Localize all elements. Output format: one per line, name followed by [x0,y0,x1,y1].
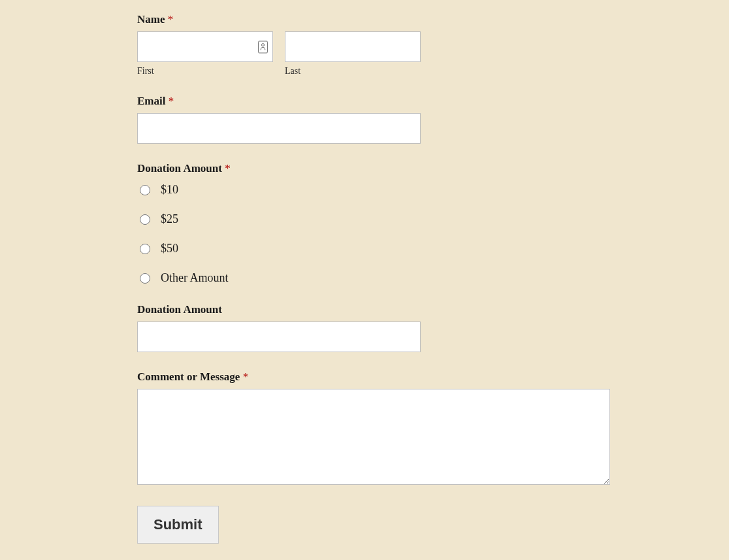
name-row: First Last [137,31,729,76]
comment-label: Comment or Message * [137,371,729,384]
radio-option: $10 [137,183,729,197]
last-name-col: Last [285,31,421,76]
required-mark: * [243,371,249,383]
name-label-text: Name [137,13,165,25]
donation-amount-label-text: Donation Amount [137,162,222,174]
first-name-col: First [137,31,273,76]
required-mark: * [168,13,174,25]
required-mark: * [225,162,231,174]
email-label-text: Email [137,95,165,107]
custom-amount-input[interactable] [137,321,421,352]
donation-radio-other[interactable] [140,273,150,284]
custom-amount-label: Donation Amount [137,303,729,316]
email-input[interactable] [137,113,421,144]
custom-amount-field-group: Donation Amount [137,303,729,352]
donation-radio-label-10[interactable]: $10 [161,183,178,197]
submit-button[interactable]: Submit [137,506,219,544]
radio-option-list: $10 $25 $50 Other Amount [137,183,729,285]
name-field-group: Name * First Last [137,13,729,76]
comment-field-group: Comment or Message * [137,371,729,487]
radio-option: Other Amount [137,271,729,285]
required-mark: * [169,95,174,107]
email-label: Email * [137,95,729,108]
first-name-input[interactable] [137,31,273,62]
last-name-input[interactable] [285,31,421,62]
donation-radio-50[interactable] [140,244,150,254]
donation-radio-label-25[interactable]: $25 [161,212,178,226]
donation-radio-group: Donation Amount * $10 $25 $50 Other Amou… [137,162,729,285]
donation-radio-10[interactable] [140,185,150,195]
radio-option: $50 [137,242,729,255]
comment-textarea[interactable] [137,389,610,485]
first-name-wrapper [137,31,273,62]
last-sublabel: Last [285,66,421,76]
donation-amount-label: Donation Amount * [137,162,729,175]
comment-label-text: Comment or Message [137,371,240,383]
first-sublabel: First [137,66,273,76]
email-field-group: Email * [137,95,729,144]
donation-radio-25[interactable] [140,214,150,225]
donation-radio-label-50[interactable]: $50 [161,242,178,255]
donation-radio-label-other[interactable]: Other Amount [161,271,229,285]
name-label: Name * [137,13,729,26]
radio-option: $25 [137,212,729,226]
